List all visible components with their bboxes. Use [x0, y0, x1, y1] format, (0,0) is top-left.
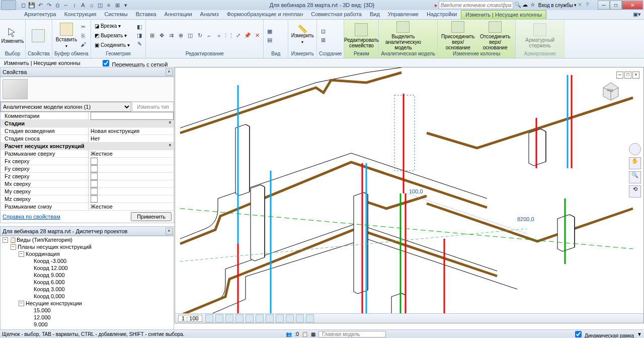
- align-icon[interactable]: ↕: [70, 1, 78, 9]
- tab-manage[interactable]: Управление: [384, 10, 423, 19]
- array-icon[interactable]: ⋮⋮: [224, 32, 232, 40]
- exchange-icon[interactable]: ✕: [578, 2, 585, 9]
- editing-requests-icon[interactable]: 📋: [302, 331, 308, 337]
- tree-item[interactable]: 15.000: [34, 307, 51, 313]
- tree-item[interactable]: Коорд 12.000: [34, 265, 68, 271]
- param-top-release-value[interactable]: Жесткое: [89, 150, 174, 157]
- zoom-icon[interactable]: 🔍: [629, 171, 641, 183]
- measure-button[interactable]: 📏Измерить▾: [290, 21, 314, 50]
- tab-collab[interactable]: Совместная работа: [307, 10, 366, 19]
- type-selector[interactable]: Аналитические модели колонн (1): [1, 102, 131, 112]
- cope-button[interactable]: ◪Врезка ▾: [93, 22, 131, 31]
- project-browser-header[interactable]: Для вебинара 28 марта.rvt - Диспетчер пр…: [0, 226, 174, 236]
- geom-icon-1[interactable]: ◧: [135, 23, 143, 31]
- design-options-icon[interactable]: ▦: [311, 331, 315, 337]
- mirror-icon[interactable]: ◫: [186, 32, 194, 40]
- temp-hide-icon[interactable]: [286, 314, 294, 322]
- scale-icon[interactable]: ⤢: [234, 32, 242, 40]
- tree-toggle[interactable]: −: [11, 244, 16, 250]
- param-fx-checkbox[interactable]: [91, 158, 98, 165]
- save-icon[interactable]: 💾: [28, 1, 36, 9]
- text-icon[interactable]: A: [79, 1, 87, 9]
- star-icon[interactable]: ☆: [530, 2, 537, 9]
- view-close-icon[interactable]: ×: [632, 72, 639, 79]
- steering-wheel-icon[interactable]: [629, 143, 641, 155]
- minimize-button[interactable]: ─: [598, 1, 610, 10]
- align-icon[interactable]: ⊞: [148, 32, 156, 40]
- view-min-icon[interactable]: ─: [616, 72, 623, 79]
- match-icon[interactable]: 🖌: [79, 40, 88, 48]
- 3d-view-canvas[interactable]: 100,0 8200,0 Зад ─ □ × ✋ 🔍 ⟲ 1 : 100: [175, 67, 644, 323]
- tab-structure[interactable]: Конструкция: [60, 10, 101, 19]
- copy-icon[interactable]: ⊕: [177, 32, 185, 40]
- tab-insert[interactable]: Вставка: [132, 10, 160, 19]
- detach-top-base-button[interactable]: Отсоединить верх/основание: [477, 21, 513, 50]
- tab-massing[interactable]: Формообразующие и генплан: [223, 10, 307, 19]
- cut-icon[interactable]: ✂: [79, 23, 88, 31]
- shadows-icon[interactable]: [235, 314, 244, 322]
- browser-close-icon[interactable]: ×: [166, 228, 173, 235]
- cut-geom-button[interactable]: ◩Вырезать ▾: [93, 31, 131, 40]
- dimension-1[interactable]: 100,0: [409, 188, 423, 194]
- crop-view-icon[interactable]: [256, 314, 264, 322]
- param-bot-release-value[interactable]: Жесткое: [89, 203, 174, 210]
- select-links-checkbox[interactable]: Динамическая рамка: [573, 329, 634, 339]
- crop-region-icon[interactable]: [266, 314, 274, 322]
- tab-addins[interactable]: Надстройки: [423, 10, 461, 19]
- tree-item[interactable]: Коорд -3.000: [34, 258, 66, 264]
- close-views-icon[interactable]: ⊞: [113, 1, 121, 9]
- search-input[interactable]: [439, 1, 513, 9]
- tab-annotate[interactable]: Аннотации: [160, 10, 196, 19]
- pin-icon[interactable]: 📌: [244, 32, 252, 40]
- tree-toggle[interactable]: −: [19, 301, 24, 306]
- tab-modify-columns[interactable]: Изменить | Несущие колонны: [461, 10, 546, 19]
- tab-view[interactable]: Вид: [366, 10, 384, 19]
- switch-icon[interactable]: ▾: [122, 1, 130, 9]
- lock-3d-icon[interactable]: [276, 314, 284, 322]
- properties-header[interactable]: Свойства×: [0, 67, 174, 77]
- section-phases[interactable]: Стадии: [1, 120, 88, 127]
- undo-icon[interactable]: ↶: [36, 1, 44, 9]
- properties-help-link[interactable]: Справка по свойствам: [3, 214, 60, 220]
- apply-button[interactable]: Применить: [131, 212, 172, 221]
- view-icon-2[interactable]: ▤: [266, 36, 274, 44]
- tree-item[interactable]: Коорд 0,000: [34, 293, 65, 299]
- geom-icon-2[interactable]: ◨: [135, 32, 143, 40]
- filter-icon[interactable]: ▼: [637, 331, 642, 337]
- attach-top-base-button[interactable]: Присоединить верх/основание: [440, 21, 476, 50]
- design-option-selector[interactable]: Главная модель: [318, 331, 386, 337]
- tree-item[interactable]: Коорд 9.000: [34, 272, 65, 278]
- edit-family-button[interactable]: Редактировать семейство: [346, 21, 376, 50]
- project-browser[interactable]: −📋 Виды (Тип/Категория) −Планы несущих к…: [0, 236, 174, 330]
- visual-style-icon[interactable]: [215, 314, 223, 322]
- tree-item[interactable]: Коорд 3.000: [34, 286, 65, 292]
- param-comments-input[interactable]: [91, 112, 174, 120]
- properties-close-icon[interactable]: ×: [166, 69, 173, 76]
- param-phase-demo-value[interactable]: Нет: [89, 135, 174, 142]
- ribbon-expand-icon[interactable]: ▣▾: [630, 10, 644, 19]
- section-structural[interactable]: Расчет несущих конструкций: [1, 143, 88, 150]
- tree-coord[interactable]: Координация: [26, 251, 60, 257]
- dim-icon[interactable]: ↔: [62, 1, 70, 9]
- search-arrow-icon[interactable]: ▸: [435, 2, 438, 9]
- sun-path-icon[interactable]: [225, 314, 233, 322]
- tree-item[interactable]: Коорд 6.000: [34, 279, 65, 285]
- view-max-icon[interactable]: □: [624, 72, 631, 79]
- thin-icon[interactable]: ≡: [105, 1, 113, 9]
- tree-toggle[interactable]: −: [3, 237, 8, 243]
- tree-item[interactable]: 12.000: [34, 314, 51, 320]
- create-icon-2[interactable]: ⊞: [319, 36, 327, 44]
- search-icon[interactable]: 🔍: [514, 2, 521, 9]
- param-mz-checkbox[interactable]: [91, 195, 98, 202]
- detail-level-icon[interactable]: [205, 314, 213, 322]
- tree-toggle[interactable]: −: [19, 251, 24, 257]
- tab-systems[interactable]: Системы: [101, 10, 132, 19]
- rotate-icon[interactable]: ↻: [196, 32, 204, 40]
- paste-button[interactable]: Вставить▾: [54, 21, 78, 50]
- analytical-toggle-icon[interactable]: [306, 314, 314, 322]
- tab-architecture[interactable]: Архитектура: [20, 10, 60, 19]
- tree-root[interactable]: Виды (Тип/Категория): [17, 237, 72, 243]
- copy-icon[interactable]: ⎘: [79, 32, 88, 40]
- open-icon[interactable]: ◻: [19, 1, 27, 9]
- pan-icon[interactable]: ✋: [629, 157, 641, 169]
